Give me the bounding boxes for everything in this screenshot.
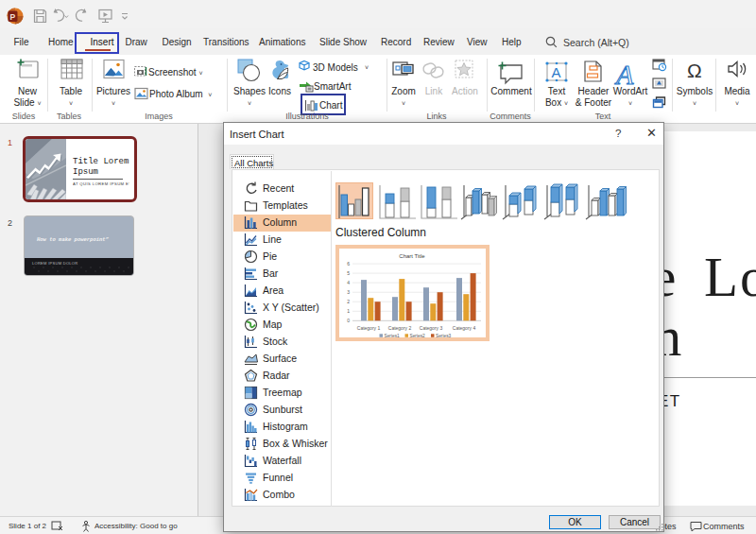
svg-text:Series3: Series3 [436, 334, 452, 337]
svg-text:3: 3 [347, 289, 350, 295]
svg-text:Category 4: Category 4 [453, 325, 476, 331]
svg-text:AT QUIS LOREM IPSUM ET: AT QUIS LOREM IPSUM ET [73, 181, 129, 186]
svg-text:1: 1 [347, 308, 350, 314]
svg-text:Category 1: Category 1 [357, 325, 381, 331]
svg-text:Ω: Ω [687, 60, 702, 81]
svg-text:LOREM IPSUM DOLOR: LOREM IPSUM DOLOR [32, 261, 77, 266]
svg-text:A: A [552, 64, 561, 80]
svg-text:4: 4 [347, 280, 350, 285]
svg-text:0: 0 [347, 318, 350, 323]
svg-text:2: 2 [347, 299, 350, 304]
svg-text:Category 3: Category 3 [420, 325, 443, 331]
svg-text:6: 6 [347, 261, 350, 267]
svg-text:Series1: Series1 [385, 334, 401, 337]
svg-text:5: 5 [347, 270, 350, 276]
svg-text:A: A [614, 59, 634, 90]
svg-text:Category 2: Category 2 [388, 325, 412, 331]
svg-text:Chart Title: Chart Title [399, 253, 425, 259]
svg-text:Series2: Series2 [410, 334, 426, 337]
svg-text:P: P [10, 12, 16, 22]
